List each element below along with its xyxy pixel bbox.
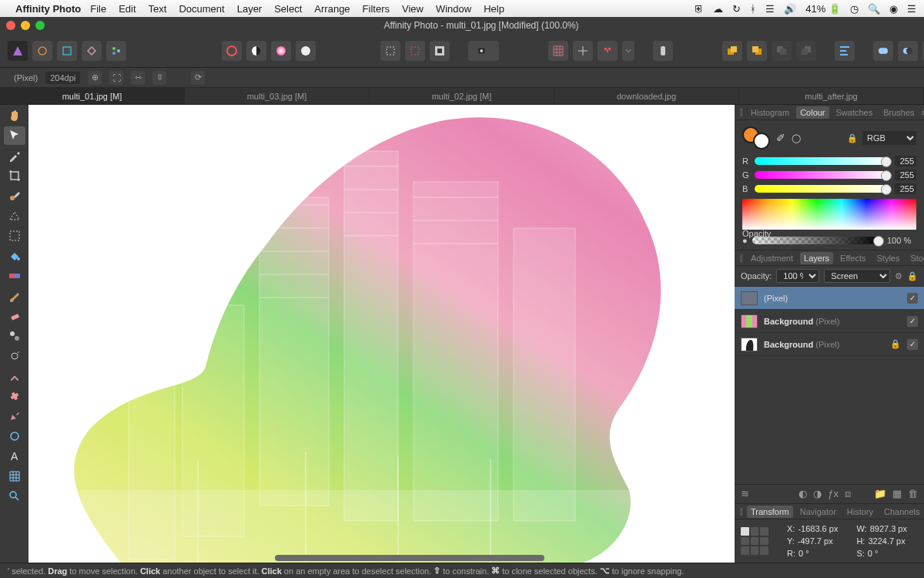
- grid-button[interactable]: [548, 41, 568, 61]
- select-rect-button[interactable]: [380, 41, 400, 61]
- tab-brushes[interactable]: Brushes: [879, 106, 918, 119]
- delete-layer-icon[interactable]: 🗑: [908, 488, 918, 500]
- shape-tool[interactable]: [4, 427, 25, 445]
- select-invert-button[interactable]: [430, 41, 450, 61]
- layers-opacity-select[interactable]: 100 %: [776, 269, 819, 283]
- menu-layer[interactable]: Layer: [237, 3, 263, 15]
- add-layer-icon[interactable]: ▦: [892, 488, 902, 500]
- tab-transform[interactable]: Transform: [747, 506, 793, 518]
- lock-layers-icon[interactable]: 🔒: [907, 271, 918, 281]
- crop-tool[interactable]: [4, 166, 25, 185]
- mesh-warp-tool[interactable]: [4, 467, 25, 486]
- tab-styles[interactable]: Styles: [873, 252, 904, 264]
- doc-tab-2[interactable]: multi_02.jpg [M]: [370, 88, 554, 104]
- persona-photo-button[interactable]: [8, 41, 28, 61]
- doc-tab-1[interactable]: multi_03.jpg [M]: [185, 88, 370, 104]
- boolean-subtract-button[interactable]: [898, 41, 918, 61]
- fx-icon[interactable]: ƒx: [828, 488, 839, 500]
- opacity-slider[interactable]: [752, 237, 882, 244]
- menu-edit[interactable]: Edit: [119, 3, 136, 15]
- selection-brush-tool[interactable]: [4, 187, 25, 205]
- g-slider[interactable]: [755, 171, 890, 179]
- lock-icon[interactable]: 🔒: [847, 133, 858, 143]
- tab-layers[interactable]: Layers: [800, 252, 833, 264]
- tab-histogram[interactable]: Histogram: [747, 106, 793, 119]
- arrange-front-button[interactable]: [722, 41, 742, 61]
- sync-icon[interactable]: ☁︎: [713, 3, 723, 15]
- bluetooth-icon[interactable]: ᚼ: [750, 3, 756, 15]
- transform-x[interactable]: -1683.6 px: [798, 524, 838, 533]
- g-value[interactable]: 255: [895, 170, 916, 180]
- app-name[interactable]: Affinity Photo: [15, 3, 81, 15]
- smudge-brush-tool[interactable]: [4, 367, 25, 385]
- halftone-button[interactable]: [246, 41, 266, 61]
- tab-stock[interactable]: Stock: [906, 252, 924, 264]
- b-value[interactable]: 255: [895, 183, 916, 194]
- wifi-icon[interactable]: ☰: [765, 3, 775, 15]
- tab-colour[interactable]: Colour: [796, 106, 829, 119]
- volume-icon[interactable]: 🔊: [784, 3, 796, 15]
- adjustment-layer-icon[interactable]: ◑: [813, 488, 822, 500]
- spotlight-icon[interactable]: 🔍: [868, 3, 880, 15]
- tab-history[interactable]: History: [843, 506, 877, 518]
- zoom-tool[interactable]: [4, 487, 25, 506]
- layer-visible-checkbox[interactable]: ✓: [907, 293, 918, 304]
- persona-tonemap-button[interactable]: [82, 41, 102, 61]
- transform-h[interactable]: 3224.7 px: [868, 536, 905, 546]
- transform-r[interactable]: 0 °: [798, 549, 809, 558]
- gear-icon[interactable]: ⚙: [895, 271, 902, 281]
- snap-options-button[interactable]: [622, 41, 634, 61]
- doc-tab-0[interactable]: multi_01.jpg [M]: [0, 88, 185, 104]
- menu-view[interactable]: View: [402, 3, 424, 15]
- layer-lock-icon[interactable]: 🔒: [890, 339, 901, 349]
- group-layer-icon[interactable]: 📁: [874, 488, 886, 500]
- window-minimize-button[interactable]: [21, 21, 30, 30]
- menu-filters[interactable]: Filters: [363, 3, 390, 15]
- r-slider[interactable]: [755, 157, 890, 165]
- context-flip-h-icon[interactable]: ⇿: [131, 71, 145, 85]
- tab-swatches[interactable]: Swatches: [832, 106, 877, 119]
- soft-proof-button[interactable]: [296, 41, 316, 61]
- menu-file[interactable]: File: [90, 3, 106, 15]
- b-slider[interactable]: [755, 185, 890, 193]
- doc-tab-4[interactable]: multi_after.jpg: [739, 88, 924, 104]
- layer-blend-ranges-icon[interactable]: ≋: [741, 488, 749, 500]
- canvas-area[interactable]: [28, 105, 735, 563]
- window-zoom-button[interactable]: [35, 21, 45, 30]
- transform-anchor[interactable]: [741, 527, 768, 555]
- context-flip-v-icon[interactable]: ⇳: [152, 71, 166, 85]
- opacity-value[interactable]: 100 %: [887, 236, 916, 245]
- menu-select[interactable]: Select: [274, 3, 302, 15]
- hand-tool[interactable]: [4, 106, 25, 125]
- menu-document[interactable]: Document: [179, 3, 224, 15]
- crop-layer-icon[interactable]: ⧈: [845, 488, 851, 500]
- guides-button[interactable]: [573, 41, 593, 61]
- persona-export-button[interactable]: [106, 41, 126, 61]
- healing-brush-tool[interactable]: [4, 387, 25, 405]
- doc-tab-3[interactable]: downloaded.jpg: [554, 88, 739, 104]
- transform-s[interactable]: 0 °: [868, 549, 879, 558]
- align-button[interactable]: [835, 41, 855, 61]
- shield-icon[interactable]: ⛨: [694, 3, 704, 15]
- paint-brush-tool[interactable]: [4, 287, 25, 305]
- transform-y[interactable]: -497.7 px: [798, 536, 833, 546]
- move-tool[interactable]: [4, 126, 25, 145]
- layer-row[interactable]: Background (Pixel) ✓: [735, 310, 924, 333]
- eyedropper-target-icon[interactable]: ◯: [792, 133, 801, 143]
- erase-brush-tool[interactable]: [4, 307, 25, 325]
- colour-mode-select[interactable]: RGB: [862, 131, 916, 145]
- persona-develop-button[interactable]: [57, 41, 77, 61]
- layer-row[interactable]: Background (Pixel) 🔒 ✓: [735, 333, 924, 356]
- quickmask-button[interactable]: [468, 41, 499, 61]
- notifications-icon[interactable]: ☰: [907, 3, 916, 15]
- colour-picker-tool[interactable]: [4, 146, 25, 165]
- layer-visible-checkbox[interactable]: ✓: [907, 339, 918, 350]
- context-move-icon[interactable]: ⊕: [88, 71, 102, 85]
- tab-channels[interactable]: Channels: [880, 506, 923, 518]
- snap-button[interactable]: [598, 41, 618, 61]
- assistant-button[interactable]: [653, 41, 673, 61]
- context-dpi[interactable]: 204dpi: [45, 72, 80, 84]
- context-scale-icon[interactable]: ⛶: [109, 71, 123, 85]
- arrange-backward-button[interactable]: [772, 41, 792, 61]
- menu-arrange[interactable]: Arrange: [314, 3, 350, 15]
